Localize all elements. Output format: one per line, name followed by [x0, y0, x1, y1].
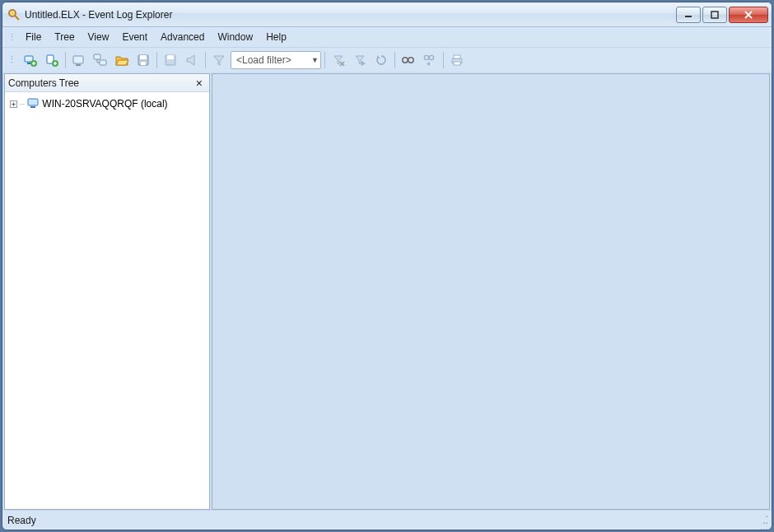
open-file-button[interactable] — [112, 50, 132, 70]
toolbar: ⋮ — [2, 47, 772, 72]
quick-filter-button[interactable] — [350, 50, 370, 70]
menu-window[interactable]: Window — [211, 29, 259, 45]
titlebar: Untitled.ELX - Event Log Explorer — [2, 2, 772, 27]
menu-file[interactable]: File — [19, 29, 48, 45]
find-button[interactable] — [399, 50, 418, 70]
filter-dropdown[interactable]: <Load filter> ▼ — [231, 51, 321, 69]
window-controls — [676, 7, 768, 23]
svg-point-32 — [424, 55, 428, 59]
maximize-button[interactable] — [702, 7, 727, 23]
svg-rect-18 — [94, 54, 100, 59]
menubar: ⋮ File Tree View Event Advanced Window H… — [2, 27, 772, 47]
svg-rect-36 — [454, 62, 460, 65]
computer-icon — [26, 96, 40, 112]
tree-node[interactable]: + ··· WIN-20SRVAQQRQF (local) — [7, 96, 207, 112]
clear-filter-button[interactable] — [329, 50, 348, 70]
chevron-down-icon: ▼ — [311, 56, 319, 64]
toolbar-separator — [65, 52, 66, 68]
svg-rect-19 — [100, 60, 106, 65]
application-window: Untitled.ELX - Event Log Explorer ⋮ File… — [2, 2, 772, 530]
tree-panel-title: Computers Tree — [8, 77, 79, 89]
statusbar: Ready .. .. . . — [2, 510, 772, 530]
computers-tree-panel: Computers Tree × + ··· WIN-20SRVAQQRQF (… — [4, 73, 210, 510]
toolbar-separator — [443, 52, 444, 68]
print-button[interactable] — [447, 50, 467, 70]
svg-point-2 — [11, 11, 14, 14]
minimize-button[interactable] — [676, 7, 701, 23]
toolbar-separator — [205, 52, 206, 68]
save-button[interactable] — [133, 50, 153, 70]
announce-button[interactable] — [182, 50, 202, 70]
svg-rect-37 — [28, 99, 38, 105]
save-as-button[interactable] — [161, 50, 180, 70]
window-title: Untitled.ELX - Event Log Explorer — [25, 9, 676, 21]
refresh-button[interactable] — [371, 50, 391, 70]
status-text: Ready — [7, 515, 36, 526]
menu-tree[interactable]: Tree — [48, 29, 81, 45]
tree-panel-header: Computers Tree × — [5, 74, 209, 92]
content-area[interactable] — [212, 73, 770, 510]
toolbar-separator — [394, 52, 395, 68]
toolbar-grip-icon[interactable]: ⋮ — [6, 54, 19, 65]
expand-icon[interactable]: + — [10, 100, 17, 108]
tree-node-label: WIN-20SRVAQQRQF (local) — [42, 98, 167, 110]
svg-rect-35 — [454, 55, 460, 58]
tree-body[interactable]: + ··· WIN-20SRVAQQRQF (local) — [5, 92, 209, 509]
menu-advanced[interactable]: Advanced — [154, 29, 211, 45]
menubar-grip-icon[interactable]: ⋮ — [6, 32, 19, 43]
svg-rect-26 — [167, 55, 174, 59]
toolbar-separator — [324, 52, 325, 68]
add-log-button[interactable] — [42, 50, 62, 70]
svg-point-29 — [403, 57, 408, 62]
tree-panel-close-button[interactable]: × — [193, 77, 206, 90]
find-next-button[interactable] — [420, 50, 440, 70]
app-icon — [7, 8, 21, 21]
filter-dropdown-text: <Load filter> — [236, 54, 291, 66]
svg-point-30 — [408, 57, 413, 62]
open-log-button[interactable] — [69, 50, 89, 70]
svg-rect-38 — [30, 106, 35, 108]
tree-connector-icon: ··· — [20, 100, 24, 109]
svg-rect-4 — [711, 12, 718, 18]
menu-help[interactable]: Help — [259, 29, 293, 45]
svg-point-33 — [429, 55, 433, 59]
svg-rect-24 — [141, 62, 146, 65]
menu-view[interactable]: View — [82, 29, 116, 45]
resize-grip-icon[interactable]: .. .. . . — [760, 511, 767, 530]
svg-rect-16 — [73, 56, 83, 63]
svg-rect-8 — [27, 63, 30, 64]
toolbar-separator — [156, 52, 157, 68]
svg-line-1 — [15, 16, 19, 20]
svg-rect-17 — [76, 64, 81, 66]
open-remote-button[interactable] — [91, 50, 110, 70]
add-computer-button[interactable] — [21, 50, 40, 70]
close-button[interactable] — [729, 7, 768, 23]
svg-rect-23 — [140, 55, 147, 59]
filter-button[interactable] — [209, 50, 229, 70]
menu-event[interactable]: Event — [115, 29, 154, 45]
workspace: Computers Tree × + ··· WIN-20SRVAQQRQF (… — [2, 72, 772, 510]
